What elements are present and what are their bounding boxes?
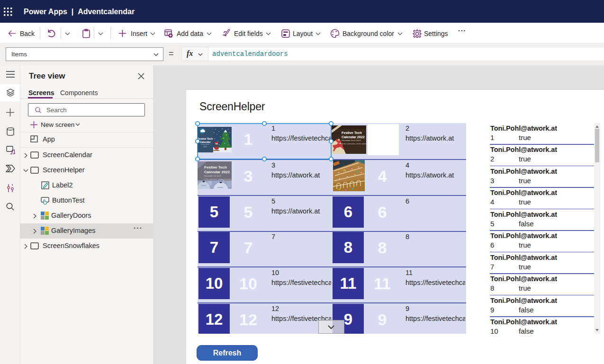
svg-text:Calendar 2022: Calendar 2022 xyxy=(204,170,230,174)
svg-text:Calendar: Calendar xyxy=(199,141,211,143)
svg-text:By the communities, for the co: By the communities, for the communities xyxy=(342,143,366,145)
svg-text:By the communities, for the co: By the communities, for the communities xyxy=(204,178,232,180)
svg-text:Festive Tech: Festive Tech xyxy=(342,131,362,135)
svg-text:December 1st Jan 6: December 1st Jan 6 xyxy=(204,175,222,177)
svg-text:Festive Tech: Festive Tech xyxy=(198,137,213,140)
svg-text:Festive Tech: Festive Tech xyxy=(204,165,227,169)
svg-text:December 1st to Jan 6: December 1st to Jan 6 xyxy=(342,139,361,142)
svg-text:2022: 2022 xyxy=(203,146,207,148)
svg-text:Calendar 2022: Calendar 2022 xyxy=(342,135,365,139)
